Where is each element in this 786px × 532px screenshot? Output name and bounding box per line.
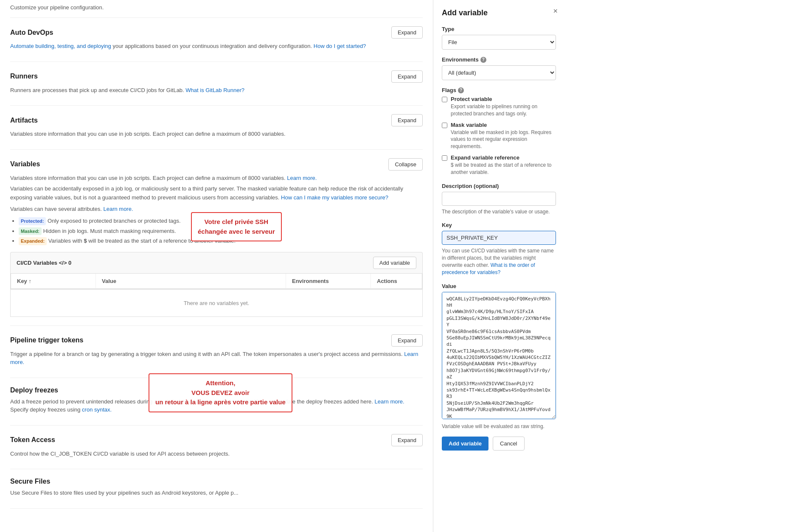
token-access-desc: Control how the CI_JOB_TOKEN CI/CD varia… bbox=[10, 450, 423, 458]
description-field-group: Description (optional) The description o… bbox=[442, 183, 556, 216]
type-select[interactable]: File Variable bbox=[442, 35, 556, 50]
add-variable-button[interactable]: Add variable bbox=[373, 257, 416, 269]
key-hint: You can use CI/CD variables with the sam… bbox=[442, 247, 556, 276]
section-token-access: Token Access Expand Control how the CI_J… bbox=[10, 426, 423, 470]
value-hint: Variable value will be evaluated as raw … bbox=[442, 423, 556, 430]
cicd-table-header: CI/CD Variables </> 0 Add variable bbox=[10, 252, 423, 273]
expand-variable-title: Expand variable reference bbox=[451, 154, 556, 161]
type-label: Type bbox=[442, 26, 556, 32]
table-empty-message: There are no variables yet. bbox=[11, 289, 422, 316]
description-hint: The description of the variable's value … bbox=[442, 208, 556, 216]
variables-header: Variables Collapse bbox=[10, 158, 423, 171]
variables-attr-list: Protected: Only exposed to protected bra… bbox=[19, 217, 423, 245]
runners-header: Runners Expand bbox=[10, 70, 423, 83]
auto-devops-expand-button[interactable]: Expand bbox=[391, 26, 423, 39]
secure-files-header: Secure Files bbox=[10, 478, 423, 485]
deploy-freezes-header: Deploy freezes bbox=[10, 386, 423, 394]
key-field-group: Key You can use CI/CD variables with the… bbox=[442, 222, 556, 276]
description-label: Description (optional) bbox=[442, 183, 556, 189]
attr-expanded: Expanded: Variables with $ will be treat… bbox=[19, 237, 423, 245]
artifacts-header: Artifacts Expand bbox=[10, 114, 423, 126]
variables-learn-more-1[interactable]: Learn more. bbox=[287, 175, 317, 181]
variables-table: Key ↑ Value Environments Actions There a… bbox=[10, 273, 423, 317]
environments-select[interactable]: All (default) Production Staging bbox=[442, 65, 556, 80]
runners-expand-button[interactable]: Expand bbox=[391, 70, 423, 83]
col-value: Value bbox=[96, 274, 286, 289]
secure-files-desc: Use Secure Files to store files used by … bbox=[10, 489, 423, 497]
mask-variable-item: Mask variable Variable will be masked in… bbox=[442, 122, 556, 150]
token-access-expand-button[interactable]: Expand bbox=[391, 434, 423, 446]
section-auto-devops: Auto DevOps Expand Automate building, te… bbox=[10, 18, 423, 62]
auto-devops-link-automate[interactable]: Automate building, testing, and deployin… bbox=[10, 43, 111, 49]
deploy-freezes-title: Deploy freezes bbox=[10, 386, 58, 394]
environments-field-group: Environments ? All (default) Production … bbox=[442, 56, 556, 80]
runners-link[interactable]: What is GitLab Runner? bbox=[185, 87, 244, 93]
pipeline-trigger-title: Pipeline trigger tokens bbox=[10, 336, 83, 344]
variables-collapse-button[interactable]: Collapse bbox=[388, 158, 423, 171]
col-key: Key ↑ bbox=[11, 274, 96, 289]
top-banner: Customize your pipeline configuration. bbox=[10, 0, 423, 18]
protect-variable-desc: Export variable to pipelines running on … bbox=[451, 103, 556, 118]
flags-checkboxes: Protect variable Export variable to pipe… bbox=[442, 96, 556, 176]
section-variables: Variables Collapse Variables store infor… bbox=[10, 150, 423, 326]
add-variable-submit-button[interactable]: Add variable bbox=[442, 437, 488, 451]
value-textarea[interactable]: wQCA8Liy2IYpeDKbD4Evzg4QcFQ0KeyVcPBXhhH … bbox=[442, 292, 556, 419]
environments-label: Environments ? bbox=[442, 56, 556, 63]
cron-syntax-link[interactable]: cron syntax. bbox=[82, 406, 112, 413]
cicd-table-label: CI/CD Variables </> 0 bbox=[17, 260, 71, 266]
panel-title: Add variable bbox=[442, 8, 556, 17]
col-environments: Environments bbox=[286, 274, 371, 289]
cancel-button-panel[interactable]: Cancel bbox=[493, 437, 524, 451]
flags-label: Flags ? bbox=[442, 87, 556, 93]
section-pipeline-trigger: Pipeline trigger tokens Expand Trigger a… bbox=[10, 326, 423, 378]
col-actions: Actions bbox=[371, 274, 422, 289]
value-label: Value bbox=[442, 283, 556, 289]
artifacts-desc: Variables store information that you can… bbox=[10, 130, 423, 138]
artifacts-title: Artifacts bbox=[10, 117, 38, 124]
protect-variable-item: Protect variable Export variable to pipe… bbox=[442, 96, 556, 118]
expand-variable-desc: $ will be treated as the start of a refe… bbox=[451, 162, 556, 176]
variables-security-link[interactable]: How can I make my variables more secure? bbox=[281, 194, 388, 201]
mask-variable-checkbox[interactable] bbox=[442, 123, 447, 128]
badge-protected: Protected: bbox=[19, 217, 46, 225]
variables-desc3: Variables can have several attributes. L… bbox=[10, 205, 423, 214]
runners-title: Runners bbox=[10, 73, 38, 80]
pipeline-trigger-header: Pipeline trigger tokens Expand bbox=[10, 334, 423, 347]
key-input[interactable] bbox=[442, 231, 556, 245]
badge-expanded: Expanded: bbox=[19, 237, 47, 245]
variables-desc2: Variables can be accidentally exposed in… bbox=[10, 185, 423, 202]
description-input[interactable] bbox=[442, 192, 556, 206]
panel-actions: Add variable Cancel bbox=[442, 437, 556, 451]
deploy-freezes-desc: Add a freeze period to prevent unintende… bbox=[10, 398, 423, 414]
value-field-group: Value wQCA8Liy2IYpeDKbD4Evzg4QcFQ0KeyVcP… bbox=[442, 283, 556, 430]
artifacts-expand-button[interactable]: Expand bbox=[391, 114, 423, 126]
mask-variable-desc: Variable will be masked in job logs. Req… bbox=[451, 129, 556, 150]
section-deploy-freezes: Deploy freezes Add a freeze period to pr… bbox=[10, 378, 423, 426]
expand-variable-item: Expand variable reference $ will be trea… bbox=[442, 154, 556, 176]
auto-devops-link-getstarted[interactable]: How do I get started? bbox=[314, 43, 366, 49]
auto-devops-desc: Automate building, testing, and deployin… bbox=[10, 42, 423, 50]
protect-variable-checkbox[interactable] bbox=[442, 97, 447, 102]
mask-variable-title: Mask variable bbox=[451, 122, 556, 128]
secure-files-title: Secure Files bbox=[10, 478, 50, 485]
attr-protected: Protected: Only exposed to protected bra… bbox=[19, 217, 423, 225]
deploy-freezes-learn-more[interactable]: Learn more. bbox=[375, 398, 404, 405]
key-label: Key bbox=[442, 222, 556, 228]
section-runners: Runners Expand Runners are processes tha… bbox=[10, 62, 423, 106]
pipeline-trigger-expand-button[interactable]: Expand bbox=[391, 334, 423, 347]
variables-title: Variables bbox=[10, 160, 40, 168]
banner-text: Customize your pipeline configuration. bbox=[10, 4, 104, 11]
main-content: Customize your pipeline configuration. A… bbox=[0, 0, 433, 532]
token-access-header: Token Access Expand bbox=[10, 434, 423, 446]
auto-devops-header: Auto DevOps Expand bbox=[10, 26, 423, 39]
close-button[interactable]: × bbox=[553, 7, 558, 16]
flags-field-group: Flags ? Protect variable Export variable… bbox=[442, 87, 556, 176]
variables-desc1: Variables store information that you can… bbox=[10, 174, 423, 182]
expand-variable-checkbox[interactable] bbox=[442, 155, 447, 161]
badge-masked: Masked: bbox=[19, 227, 42, 235]
variables-learn-more-2[interactable]: Learn more. bbox=[103, 206, 133, 212]
attr-masked: Masked: Hidden in job logs. Must match m… bbox=[19, 227, 423, 235]
protect-variable-title: Protect variable bbox=[451, 96, 556, 102]
token-access-title: Token Access bbox=[10, 436, 55, 444]
auto-devops-title: Auto DevOps bbox=[10, 29, 53, 36]
